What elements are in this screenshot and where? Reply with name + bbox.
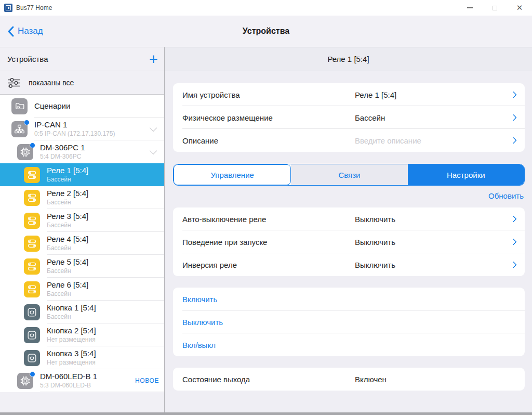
item-subtitle: 5:3 DM-060LED-B [40,382,97,389]
back-button[interactable]: Назад [7,26,43,37]
sidebar-filler [0,392,164,415]
relay-icon [24,190,40,206]
item-title: DM-060LED-B 1 [40,372,97,381]
item-subtitle: Бассейн [47,290,88,297]
list-item-button1[interactable]: Кнопка 1 [5:4] Бассейн [0,301,164,323]
tab-control[interactable]: Управление [174,164,291,185]
sliders-filter-icon [7,78,20,88]
turn-off-button[interactable]: Выключить [173,310,525,333]
new-badge: НОВОЕ [135,377,159,384]
tab-links[interactable]: Связи [291,164,407,185]
row-value: Реле 1 [5:4] [355,90,396,99]
row-value: Включен [355,375,387,384]
chevron-right-icon [510,262,517,268]
chevron-left-icon [7,26,14,37]
device-description-row[interactable]: Описание Введите описание [173,129,525,152]
list-item-button2[interactable]: Кнопка 2 [5:4] Нет размещения [0,323,164,346]
relay-inversion-row[interactable]: Инверсия реле Выключить [173,253,525,276]
item-subtitle: Бассейн [47,176,88,183]
turn-on-button[interactable]: Включить [173,288,525,310]
list-item-relay2[interactable]: Реле 2 [5:4] Бассейн [0,186,164,209]
row-value: Бассейн [355,113,385,122]
item-title: Сценарии [34,101,70,111]
item-title: Кнопка 2 [5:4] [47,326,96,335]
relay-icon [24,213,40,229]
row-value: Выключить [355,238,395,247]
relay-icon [24,167,40,183]
relay-icon [24,281,40,297]
sidebar-title: Устройства [7,55,48,63]
settings-card: Авто-выключение реле Выключить Поведение… [173,208,525,276]
row-label: Поведение при запуске [182,238,355,247]
sidebar-header: Устройства + [0,47,164,71]
chevron-down-icon[interactable] [150,124,157,132]
device-name-row[interactable]: Имя устройства Реле 1 [5:4] [173,83,525,106]
chevron-down-icon[interactable] [150,147,157,154]
folder-icon [11,98,28,114]
device-sidebar: Устройства + показаны все Сценарии [0,47,165,415]
item-title: Реле 6 [5:4] [47,280,88,290]
item-subtitle: Бассейн [47,222,88,229]
notification-dot [24,120,30,125]
item-subtitle: Нет размещения [47,336,96,343]
chevron-right-icon [510,239,517,245]
close-button[interactable]: ✕ [507,0,532,16]
notification-dot [30,371,35,377]
item-title: DM-306PC 1 [40,143,85,152]
item-subtitle: 5:4 DM-306PC [40,153,85,160]
item-subtitle: Бассейн [47,244,88,252]
list-item-button3[interactable]: Кнопка 3 [5:4] Нет размещения [0,346,164,369]
tab-bar: Управление Связи Настройки [173,164,525,186]
row-label: Описание [182,136,355,145]
item-subtitle: Бассейн [47,313,96,320]
item-subtitle: Бассейн [47,267,88,275]
filter-row[interactable]: показаны все [0,71,164,95]
row-label: Имя устройства [182,90,355,99]
item-title: Кнопка 3 [5:4] [47,349,96,358]
auto-off-row[interactable]: Авто-выключение реле Выключить [173,208,525,230]
list-item-scenarios[interactable]: Сценарии [0,95,164,118]
network-icon [11,121,28,137]
power-button-icon [24,304,40,320]
startup-behavior-row[interactable]: Поведение при запуске Выключить [173,230,525,253]
relay-icon [24,236,40,252]
row-label: Авто-выключение реле [182,215,355,224]
power-button-icon [24,327,40,343]
list-item-relay1-selected[interactable]: Реле 1 [5:4] Бассейн [0,163,164,186]
chevron-right-icon [510,216,517,223]
item-title: Реле 4 [5:4] [47,235,88,244]
chip-icon [17,373,33,389]
list-item-dm060led[interactable]: DM-060LED-B 1 5:3 DM-060LED-B НОВОЕ [0,369,164,392]
app-logo-icon [4,4,12,12]
list-item-dm306pc[interactable]: DM-306PC 1 5:4 DM-306PC [0,140,164,163]
list-item-ipcan[interactable]: IP-CAN 1 0:5 IP-CAN (172.17.130.175) [0,118,164,140]
item-title: Кнопка 1 [5:4] [47,303,96,313]
list-item-relay4[interactable]: Реле 4 [5:4] Бассейн [0,232,164,255]
page-title: Устройства [0,27,532,36]
chip-icon [17,144,33,160]
row-value: Выключить [355,261,395,269]
filter-label: показаны все [29,79,74,87]
item-subtitle: Нет размещения [47,359,96,366]
device-list: Сценарии IP-CAN 1 0:5 IP-CAN (172.17.130… [0,95,164,392]
list-item-relay3[interactable]: Реле 3 [5:4] Бассейн [0,209,164,232]
row-placeholder: Введите описание [355,136,421,145]
refresh-link[interactable]: Обновить [488,191,524,200]
row-value: Выключить [355,215,395,224]
nav-header: Назад Устройства [0,16,532,47]
item-title: IP-CAN 1 [34,120,115,129]
window-titlebar: Bus77 Home ✕ [0,0,532,16]
list-item-relay6[interactable]: Реле 6 [5:4] Бассейн [0,278,164,301]
chevron-right-icon [510,137,517,144]
device-location-row[interactable]: Физическое размещение Бассейн [173,106,525,129]
add-device-button plus-icon[interactable]: + [149,53,158,66]
list-item-relay5[interactable]: Реле 5 [5:4] Бассейн [0,255,164,278]
minimize-button[interactable] [457,0,482,16]
row-label: Состояние выхода [182,375,355,384]
row-label: Физическое размещение [182,113,355,122]
item-title: Реле 3 [5:4] [47,212,88,221]
tab-settings[interactable]: Настройки [408,164,524,185]
maximize-button[interactable] [482,0,507,16]
chevron-right-icon [510,114,517,121]
toggle-button[interactable]: Вкл/выкл [173,333,525,356]
